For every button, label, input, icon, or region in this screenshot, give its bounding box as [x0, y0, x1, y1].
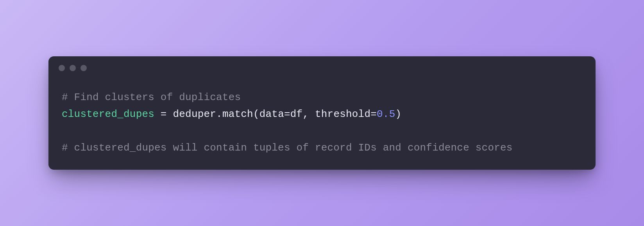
code-punctuation: .: [216, 108, 222, 120]
code-operator: =: [154, 108, 173, 120]
code-variable: clustered_dupes: [62, 108, 154, 120]
code-kwarg-value: df: [290, 108, 303, 120]
code-number-literal: 0.5: [377, 108, 395, 120]
code-kwarg-key: threshold: [315, 108, 370, 120]
code-kwarg-key: data: [259, 108, 284, 120]
code-punctuation: (: [253, 108, 259, 120]
window-titlebar: [48, 56, 596, 74]
code-comment: # clustered_dupes will contain tuples of…: [62, 142, 513, 154]
code-operator: =: [370, 108, 377, 120]
code-line-2: clustered_dupes = deduper.match(data=df,…: [62, 106, 582, 123]
traffic-light-close-icon: [59, 65, 65, 71]
code-window: # Find clusters of duplicatesclustered_d…: [48, 56, 596, 170]
code-line-1: # Find clusters of duplicates: [62, 89, 582, 106]
traffic-light-minimize-icon: [70, 65, 76, 71]
code-comment: # Find clusters of duplicates: [62, 91, 241, 103]
code-block: # Find clusters of duplicatesclustered_d…: [48, 74, 596, 159]
code-identifier: deduper: [173, 108, 216, 120]
code-line-4: # clustered_dupes will contain tuples of…: [62, 140, 582, 156]
code-punctuation: ,: [302, 108, 315, 120]
code-punctuation: ): [395, 108, 401, 120]
code-blank-line: [62, 123, 582, 140]
code-operator: =: [284, 108, 290, 120]
traffic-light-zoom-icon: [80, 65, 87, 71]
code-method: match: [222, 108, 253, 120]
